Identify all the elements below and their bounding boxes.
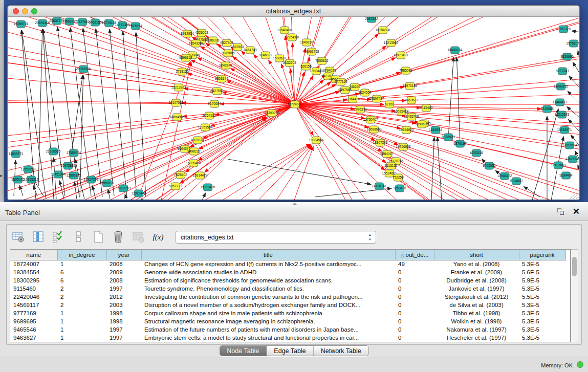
graph-node[interactable]: 11157328 — [556, 26, 571, 33]
table-cell[interactable]: 1998 — [106, 309, 141, 317]
table-cell[interactable]: 2 — [57, 301, 106, 309]
graph-node[interactable]: 19355724 — [14, 20, 29, 28]
table-cell[interactable]: 5.3E-5 — [519, 325, 565, 334]
graph-node[interactable]: 16154808 — [376, 27, 390, 34]
table-cell[interactable]: Stergiakouli et al. (2012) — [434, 293, 519, 301]
graph-node[interactable]: 11527602 — [75, 18, 90, 26]
table-cell[interactable]: 5.5E-5 — [519, 293, 565, 301]
graph-node[interactable]: 21206535 — [46, 148, 61, 155]
network-canvas[interactable]: 1872400789129544226063962750316543382818… — [8, 17, 579, 200]
graph-node[interactable]: 1615152 — [384, 162, 398, 169]
table-cell[interactable]: 19384554 — [10, 268, 57, 276]
graph-node[interactable]: 12444413 — [553, 99, 568, 106]
table-cell[interactable]: Hescheler et al. (1997) — [434, 334, 519, 342]
node-table[interactable]: namein_degreeyeartitle△out_de...shortpag… — [10, 249, 571, 342]
graph-node[interactable]: 6466160 — [89, 19, 102, 26]
graph-node[interactable]: 9267110 — [203, 112, 216, 119]
graph-node[interactable]: 9242848 — [219, 62, 232, 69]
network-table-select[interactable]: citations_edges.txt ▲▼ — [176, 231, 376, 244]
column-header-year[interactable]: year — [106, 250, 141, 260]
float-panel-icon[interactable] — [557, 208, 564, 215]
table-cell[interactable]: Wolkin et al. (1998) — [434, 317, 519, 325]
table-cell[interactable]: 0 — [395, 301, 434, 309]
graph-node[interactable]: 12103650 — [551, 162, 566, 169]
table-row[interactable]: 1456911722003Disruption of a novel membe… — [10, 301, 565, 309]
graph-node[interactable]: 10025418 — [394, 108, 409, 115]
graph-node[interactable]: 9170084 — [208, 100, 221, 107]
graph-node[interactable]: 2718126 — [176, 68, 189, 75]
graph-node[interactable]: 7986372 — [354, 106, 367, 113]
table-row[interactable]: 1938455462009Genome-wide association stu… — [10, 268, 565, 276]
graph-node[interactable]: 2803144 — [215, 75, 228, 82]
graph-node[interactable]: 7485083 — [399, 67, 412, 74]
table-cell[interactable]: 22420046 — [10, 293, 57, 301]
graph-node[interactable]: 9115460 — [420, 104, 433, 112]
table-cell[interactable]: 2009 — [106, 268, 141, 276]
table-cell[interactable]: de Silva et al. (2003) — [434, 301, 519, 309]
import-table-icon[interactable] — [130, 229, 146, 245]
table-cell[interactable]: 0 — [395, 325, 434, 334]
table-cell[interactable]: 9777169 — [10, 309, 57, 317]
table-cell[interactable]: 0 — [395, 309, 434, 317]
graph-node[interactable]: 12505135 — [67, 172, 81, 179]
graph-node[interactable]: 16099488 — [186, 160, 201, 167]
close-panel-icon[interactable]: ✕ — [573, 206, 580, 217]
table-cell[interactable]: Tibbo et al. (1998) — [434, 309, 519, 317]
graph-node[interactable]: 17957273 — [84, 176, 99, 183]
table-settings-icon[interactable] — [11, 229, 26, 245]
column-header-title[interactable]: title — [141, 250, 395, 260]
scrollbar-thumb[interactable] — [572, 257, 577, 276]
table-cell[interactable]: 1 — [57, 309, 106, 317]
graph-node[interactable]: 2587682 — [365, 17, 378, 23]
table-cell[interactable]: 5.3E-5 — [519, 285, 565, 293]
graph-node[interactable]: 9463627 — [405, 97, 418, 104]
graph-node[interactable]: 9245052 — [483, 162, 496, 169]
tab-node-table[interactable]: Node Table — [220, 346, 267, 356]
graph-node[interactable]: 6879197 — [453, 140, 467, 147]
table-cell[interactable]: Yano et al. (2008) — [434, 260, 519, 268]
graph-node[interactable]: 18495758 — [404, 113, 419, 120]
column-header-out-de-[interactable]: △out_de... — [395, 250, 434, 260]
graph-node[interactable]: 8186328 — [206, 37, 220, 44]
table-cell[interactable]: 2012 — [106, 293, 141, 301]
graph-node[interactable]: 12213383 — [171, 84, 186, 91]
table-row[interactable]: 911546021997Tourette syndrome. Phenomeno… — [10, 285, 565, 293]
graph-node[interactable]: 7955812 — [315, 57, 329, 64]
table-row[interactable]: 2242004622012Investigating the contribut… — [10, 293, 565, 301]
memory-ok-indicator[interactable] — [577, 361, 583, 368]
table-cell[interactable]: 0 — [395, 334, 434, 342]
graph-node[interactable]: 9146821 — [259, 52, 272, 59]
table-cell[interactable]: Embryonic stem cells: a model to study s… — [141, 334, 395, 342]
table-cell[interactable]: 9699695 — [10, 317, 57, 325]
graph-node[interactable]: 6253118 — [470, 149, 483, 157]
graph-node[interactable]: 15718485 — [201, 184, 215, 191]
graph-node[interactable]: 10946422 — [497, 172, 512, 180]
table-cell[interactable]: 2008 — [106, 276, 141, 285]
delete-table-icon[interactable] — [111, 229, 126, 245]
table-cell[interactable]: 1997 — [106, 334, 141, 342]
table-row[interactable]: 1830029562008Estimation of significance … — [10, 276, 565, 285]
column-header-short[interactable]: short — [434, 250, 519, 260]
graph-node[interactable]: 16210643 — [555, 111, 570, 118]
graph-node[interactable]: 1640934 — [429, 126, 442, 134]
graph-node[interactable]: 8938923 — [442, 134, 455, 141]
table-cell[interactable]: 0 — [395, 285, 434, 293]
table-cell[interactable]: 9115460 — [10, 285, 57, 293]
table-cell[interactable]: Genome-wide association studies in ADHD. — [141, 268, 395, 276]
table-cell[interactable]: Jankovic et al. (1997) — [434, 285, 519, 293]
table-cell[interactable]: Investigating the contribution of common… — [141, 293, 395, 301]
table-row[interactable]: 969969511998Structural magnetic resonanc… — [10, 317, 565, 325]
graph-node[interactable]: 9595015 — [11, 176, 25, 183]
graph-node[interactable]: 1990448 — [310, 68, 323, 75]
table-cell[interactable]: Franke et al. (2009) — [434, 268, 519, 276]
table-cell[interactable]: Disruption of a novel member of a sodium… — [141, 301, 395, 309]
table-cell[interactable]: 2 — [57, 293, 106, 301]
graph-node[interactable]: 1753426 — [393, 185, 406, 192]
table-cell[interactable]: 0 — [395, 293, 434, 301]
graph-node[interactable]: 8454749 — [244, 47, 257, 54]
table-cell[interactable]: 1 — [57, 260, 106, 268]
graph-node[interactable]: 16961758 — [304, 48, 319, 55]
graph-node[interactable]: 19384554 — [309, 137, 324, 144]
table-cell[interactable]: 9465546 — [10, 325, 57, 334]
table-cell[interactable]: 1997 — [106, 285, 141, 293]
